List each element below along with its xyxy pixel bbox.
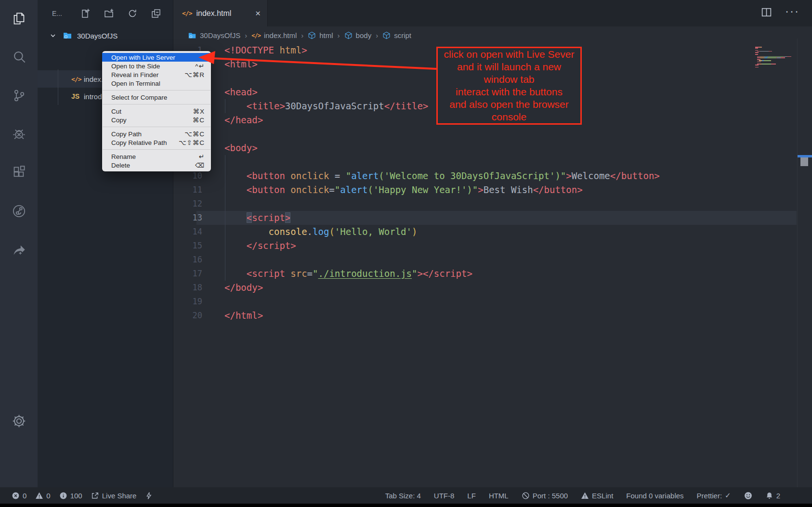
status-encoding[interactable]: UTF-8 xyxy=(434,492,455,500)
code-line-9[interactable]: 9 xyxy=(173,155,812,169)
close-icon[interactable]: × xyxy=(255,9,261,18)
code-line-20[interactable]: 20</html> xyxy=(173,309,812,323)
breadcrumb-item-body[interactable]: body xyxy=(344,31,372,39)
folder-icon xyxy=(63,31,72,40)
explorer-header: E... xyxy=(38,0,173,26)
menu-item-label: Copy Relative Path xyxy=(111,139,173,146)
line-number: 14 xyxy=(173,225,202,239)
folder-icon xyxy=(188,31,196,40)
line-content: <!DOCTYPE html> xyxy=(224,43,307,57)
line-content: </script> xyxy=(224,239,296,253)
code-line-19[interactable]: 19 xyxy=(173,295,812,309)
menu-item-rename[interactable]: Rename↵ xyxy=(102,152,211,161)
menu-item-reveal-in-finder[interactable]: Reveal in Finder⌥⌘R xyxy=(102,70,211,79)
breadcrumb-separator: › xyxy=(376,31,378,39)
html-file-icon: </> xyxy=(71,76,84,83)
status-feedback[interactable] xyxy=(744,492,752,500)
menu-item-shortcut: ⌘C xyxy=(193,116,205,124)
status-problems-info[interactable]: 100 xyxy=(59,492,82,500)
status-tab-size[interactable]: Tab Size: 4 xyxy=(385,492,421,500)
code-line-12[interactable]: 12 xyxy=(173,197,812,211)
activity-item-source-control[interactable] xyxy=(0,77,38,116)
breadcrumb-label: index.html xyxy=(264,31,297,39)
status-notifications[interactable]: 2 xyxy=(765,492,780,500)
tab-strip: </> index.html × ··· xyxy=(173,0,812,26)
line-number: 16 xyxy=(173,253,202,267)
line-content: </body> xyxy=(224,281,263,295)
breadcrumb-item-index.html[interactable]: </>index.html xyxy=(251,31,297,39)
breadcrumb-label: body xyxy=(356,31,372,39)
activity-item-share[interactable] xyxy=(0,231,38,270)
scrollbar-thumb[interactable] xyxy=(800,157,808,166)
check-icon: ✓ xyxy=(725,491,731,500)
status-eslint[interactable]: ESLint xyxy=(581,492,613,500)
collapse-all-icon[interactable] xyxy=(151,8,161,19)
status-prettier[interactable]: Prettier:✓ xyxy=(697,491,731,500)
code-line-7[interactable]: 7 xyxy=(173,127,812,141)
code-line-8[interactable]: 8<body> xyxy=(173,141,812,155)
menu-item-open-with-live-server[interactable]: Open with Live Server xyxy=(102,53,211,62)
status-problems-errors[interactable]: 0 xyxy=(12,492,26,500)
tab-index-html[interactable]: </> index.html × xyxy=(173,0,268,26)
menu-item-copy-relative-path[interactable]: Copy Relative Path⌥⇧⌘C xyxy=(102,138,211,147)
new-file-icon[interactable] xyxy=(80,8,91,19)
code-line-11[interactable]: 11 <button onclick="alert('Happy New Yea… xyxy=(173,183,812,197)
breadcrumb-item-30DaysOfJS[interactable]: 30DaysOfJS xyxy=(188,31,240,40)
code-line-17[interactable]: 17 <script src="./introduction.js"></scr… xyxy=(173,267,812,281)
menu-item-open-in-terminal[interactable]: Open in Terminal xyxy=(102,79,211,88)
line-number: 18 xyxy=(173,281,202,295)
status-eol[interactable]: LF xyxy=(467,492,476,500)
code-line-15[interactable]: 15 </script> xyxy=(173,239,812,253)
activity-item-run-debug[interactable] xyxy=(0,116,38,154)
status-live-share[interactable]: Live Share xyxy=(91,492,137,500)
activity-item-explorer[interactable] xyxy=(0,0,38,39)
refresh-icon[interactable] xyxy=(127,8,138,19)
status-label: 2 xyxy=(776,492,780,500)
status-label: ESLint xyxy=(592,492,613,500)
activity-item-settings[interactable] xyxy=(0,403,38,441)
code-line-16[interactable]: 16 xyxy=(173,253,812,267)
status-lightning[interactable] xyxy=(145,492,153,500)
line-content: <button onclick="alert('Happy New Year!'… xyxy=(224,183,583,197)
status-problems-warnings[interactable]: 0 xyxy=(35,492,50,500)
new-folder-icon[interactable] xyxy=(104,8,114,19)
html-file-icon: </> xyxy=(182,10,192,17)
code-line-13[interactable]: 13 <script> xyxy=(173,211,812,225)
bug-icon xyxy=(12,127,26,143)
activity-item-search[interactable] xyxy=(0,39,38,77)
minimap-border xyxy=(797,39,798,487)
menu-item-select-for-compare[interactable]: Select for Compare xyxy=(102,93,211,102)
line-content: </html> xyxy=(224,309,263,323)
files-icon xyxy=(12,11,26,28)
minimap[interactable] xyxy=(755,47,799,68)
menu-item-shortcut: ⌘X xyxy=(193,107,205,115)
lightning-icon xyxy=(145,492,153,500)
breadcrumb-label: script xyxy=(394,31,411,39)
symbol-cube-icon xyxy=(344,31,353,39)
warning-icon xyxy=(35,492,43,500)
more-actions-icon[interactable]: ··· xyxy=(785,11,799,16)
breadcrumb-item-script[interactable]: script xyxy=(382,31,411,39)
menu-separator xyxy=(103,127,210,127)
menu-item-label: Open with Live Server xyxy=(111,54,205,61)
status-language-mode[interactable]: HTML xyxy=(489,492,509,500)
annotation-text-line: window tab xyxy=(438,73,580,86)
menu-item-cut[interactable]: Cut⌘X xyxy=(102,107,211,116)
activity-item-live-share[interactable] xyxy=(0,193,38,231)
split-editor-icon[interactable] xyxy=(760,6,773,20)
menu-item-copy-path[interactable]: Copy Path⌥⌘C xyxy=(102,130,211,138)
code-line-14[interactable]: 14 console.log('Hello, World') xyxy=(173,225,812,239)
activity-item-extensions[interactable] xyxy=(0,154,38,193)
status-live-server-port[interactable]: Port : 5500 xyxy=(522,492,568,500)
menu-item-shortcut: ↵ xyxy=(199,153,205,160)
status-variables[interactable]: Found 0 variables xyxy=(626,492,683,500)
menu-item-copy[interactable]: Copy⌘C xyxy=(102,116,211,124)
menu-item-delete[interactable]: Delete⌫ xyxy=(102,161,211,169)
breadcrumb-item-html[interactable]: html xyxy=(308,31,333,39)
code-line-10[interactable]: 10 <button onclick = "alert('Welcome to … xyxy=(173,169,812,183)
live-share-icon xyxy=(12,204,26,221)
menu-item-open-to-the-side[interactable]: Open to the Side^↵ xyxy=(102,62,211,70)
folder-name: 30DaysOfJS xyxy=(77,32,118,40)
tree-folder-30daysofjs[interactable]: 30DaysOfJS xyxy=(38,27,173,44)
code-line-18[interactable]: 18</body> xyxy=(173,281,812,295)
